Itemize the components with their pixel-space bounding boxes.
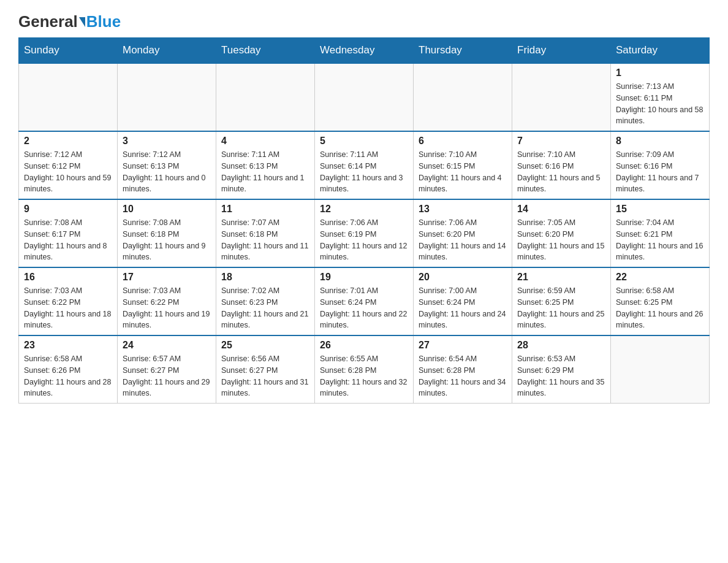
calendar-cell: 7Sunrise: 7:10 AM Sunset: 6:16 PM Daylig… (512, 131, 611, 199)
day-info: Sunrise: 7:12 AM Sunset: 6:12 PM Dayligh… (24, 149, 112, 195)
day-info: Sunrise: 7:11 AM Sunset: 6:13 PM Dayligh… (221, 149, 309, 195)
day-of-week-header: Sunday (19, 38, 118, 64)
day-number: 14 (517, 204, 605, 215)
day-number: 9 (24, 204, 112, 215)
day-number: 22 (616, 272, 704, 283)
calendar-cell: 1Sunrise: 7:13 AM Sunset: 6:11 PM Daylig… (611, 63, 710, 131)
calendar-cell: 18Sunrise: 7:02 AM Sunset: 6:23 PM Dayli… (216, 267, 315, 335)
day-info: Sunrise: 7:06 AM Sunset: 6:19 PM Dayligh… (320, 217, 408, 263)
calendar-cell: 21Sunrise: 6:59 AM Sunset: 6:25 PM Dayli… (512, 267, 611, 335)
day-number: 23 (24, 340, 112, 351)
day-of-week-header: Tuesday (216, 38, 315, 64)
calendar-cell (19, 63, 118, 131)
day-number: 12 (320, 204, 408, 215)
day-of-week-header: Saturday (611, 38, 710, 64)
day-info: Sunrise: 6:56 AM Sunset: 6:27 PM Dayligh… (221, 353, 309, 399)
day-number: 8 (616, 136, 704, 147)
day-info: Sunrise: 7:07 AM Sunset: 6:18 PM Dayligh… (221, 217, 309, 263)
day-info: Sunrise: 6:54 AM Sunset: 6:28 PM Dayligh… (419, 353, 507, 399)
day-info: Sunrise: 6:53 AM Sunset: 6:29 PM Dayligh… (517, 353, 605, 399)
calendar-cell (315, 63, 414, 131)
day-number: 2 (24, 136, 112, 147)
day-number: 5 (320, 136, 408, 147)
day-info: Sunrise: 7:12 AM Sunset: 6:13 PM Dayligh… (123, 149, 211, 195)
day-of-week-header: Wednesday (315, 38, 414, 64)
day-of-week-header: Thursday (414, 38, 512, 64)
day-info: Sunrise: 7:08 AM Sunset: 6:18 PM Dayligh… (123, 217, 211, 263)
calendar-cell: 24Sunrise: 6:57 AM Sunset: 6:27 PM Dayli… (118, 335, 216, 404)
day-info: Sunrise: 6:57 AM Sunset: 6:27 PM Dayligh… (123, 353, 211, 399)
day-number: 11 (221, 204, 309, 215)
day-info: Sunrise: 7:01 AM Sunset: 6:24 PM Dayligh… (320, 285, 408, 331)
day-info: Sunrise: 7:00 AM Sunset: 6:24 PM Dayligh… (419, 285, 507, 331)
day-info: Sunrise: 7:13 AM Sunset: 6:11 PM Dayligh… (616, 81, 704, 127)
day-number: 17 (123, 272, 211, 283)
day-info: Sunrise: 6:58 AM Sunset: 6:26 PM Dayligh… (24, 353, 112, 399)
day-info: Sunrise: 6:58 AM Sunset: 6:25 PM Dayligh… (616, 285, 704, 331)
calendar-cell: 5Sunrise: 7:11 AM Sunset: 6:14 PM Daylig… (315, 131, 414, 199)
calendar-cell: 20Sunrise: 7:00 AM Sunset: 6:24 PM Dayli… (414, 267, 512, 335)
day-info: Sunrise: 7:11 AM Sunset: 6:14 PM Dayligh… (320, 149, 408, 195)
calendar-week-row: 2Sunrise: 7:12 AM Sunset: 6:12 PM Daylig… (19, 131, 710, 199)
logo: General Blue (18, 12, 121, 31)
day-info: Sunrise: 7:05 AM Sunset: 6:20 PM Dayligh… (517, 217, 605, 263)
day-of-week-header: Monday (118, 38, 216, 64)
day-number: 13 (419, 204, 507, 215)
calendar-cell: 26Sunrise: 6:55 AM Sunset: 6:28 PM Dayli… (315, 335, 414, 404)
logo-blue-text: Blue (86, 12, 121, 31)
calendar-cell: 9Sunrise: 7:08 AM Sunset: 6:17 PM Daylig… (19, 199, 118, 267)
calendar-header-row: SundayMondayTuesdayWednesdayThursdayFrid… (19, 38, 710, 64)
calendar-cell: 6Sunrise: 7:10 AM Sunset: 6:15 PM Daylig… (414, 131, 512, 199)
day-number: 21 (517, 272, 605, 283)
day-number: 20 (419, 272, 507, 283)
day-info: Sunrise: 7:10 AM Sunset: 6:15 PM Dayligh… (419, 149, 507, 195)
calendar-cell: 17Sunrise: 7:03 AM Sunset: 6:22 PM Dayli… (118, 267, 216, 335)
calendar-cell: 8Sunrise: 7:09 AM Sunset: 6:16 PM Daylig… (611, 131, 710, 199)
calendar-cell (512, 63, 611, 131)
day-info: Sunrise: 6:59 AM Sunset: 6:25 PM Dayligh… (517, 285, 605, 331)
day-number: 28 (517, 340, 605, 351)
day-number: 19 (320, 272, 408, 283)
day-number: 6 (419, 136, 507, 147)
calendar-cell: 3Sunrise: 7:12 AM Sunset: 6:13 PM Daylig… (118, 131, 216, 199)
day-number: 25 (221, 340, 309, 351)
day-number: 1 (616, 67, 704, 79)
calendar-cell (414, 63, 512, 131)
calendar-cell: 22Sunrise: 6:58 AM Sunset: 6:25 PM Dayli… (611, 267, 710, 335)
calendar-cell: 2Sunrise: 7:12 AM Sunset: 6:12 PM Daylig… (19, 131, 118, 199)
calendar-cell: 15Sunrise: 7:04 AM Sunset: 6:21 PM Dayli… (611, 199, 710, 267)
calendar-table: SundayMondayTuesdayWednesdayThursdayFrid… (18, 37, 710, 404)
calendar-cell: 11Sunrise: 7:07 AM Sunset: 6:18 PM Dayli… (216, 199, 315, 267)
calendar-cell: 28Sunrise: 6:53 AM Sunset: 6:29 PM Dayli… (512, 335, 611, 404)
day-number: 4 (221, 136, 309, 147)
calendar-cell (118, 63, 216, 131)
day-number: 27 (419, 340, 507, 351)
day-number: 10 (123, 204, 211, 215)
calendar-cell: 14Sunrise: 7:05 AM Sunset: 6:20 PM Dayli… (512, 199, 611, 267)
calendar-week-row: 1Sunrise: 7:13 AM Sunset: 6:11 PM Daylig… (19, 63, 710, 131)
day-info: Sunrise: 7:03 AM Sunset: 6:22 PM Dayligh… (24, 285, 112, 331)
day-info: Sunrise: 7:09 AM Sunset: 6:16 PM Dayligh… (616, 149, 704, 195)
day-info: Sunrise: 7:04 AM Sunset: 6:21 PM Dayligh… (616, 217, 704, 263)
day-number: 18 (221, 272, 309, 283)
day-number: 24 (123, 340, 211, 351)
calendar-cell: 16Sunrise: 7:03 AM Sunset: 6:22 PM Dayli… (19, 267, 118, 335)
logo-general-text: General (18, 12, 78, 31)
calendar-cell: 10Sunrise: 7:08 AM Sunset: 6:18 PM Dayli… (118, 199, 216, 267)
calendar-cell (611, 335, 710, 404)
logo-triangle-icon (79, 17, 85, 27)
day-number: 7 (517, 136, 605, 147)
calendar-week-row: 16Sunrise: 7:03 AM Sunset: 6:22 PM Dayli… (19, 267, 710, 335)
day-of-week-header: Friday (512, 38, 611, 64)
calendar-cell: 4Sunrise: 7:11 AM Sunset: 6:13 PM Daylig… (216, 131, 315, 199)
day-number: 3 (123, 136, 211, 147)
calendar-week-row: 23Sunrise: 6:58 AM Sunset: 6:26 PM Dayli… (19, 335, 710, 404)
day-number: 15 (616, 204, 704, 215)
day-info: Sunrise: 7:06 AM Sunset: 6:20 PM Dayligh… (419, 217, 507, 263)
day-info: Sunrise: 6:55 AM Sunset: 6:28 PM Dayligh… (320, 353, 408, 399)
calendar-cell: 12Sunrise: 7:06 AM Sunset: 6:19 PM Dayli… (315, 199, 414, 267)
calendar-cell: 19Sunrise: 7:01 AM Sunset: 6:24 PM Dayli… (315, 267, 414, 335)
day-info: Sunrise: 7:03 AM Sunset: 6:22 PM Dayligh… (123, 285, 211, 331)
calendar-cell: 23Sunrise: 6:58 AM Sunset: 6:26 PM Dayli… (19, 335, 118, 404)
day-number: 16 (24, 272, 112, 283)
